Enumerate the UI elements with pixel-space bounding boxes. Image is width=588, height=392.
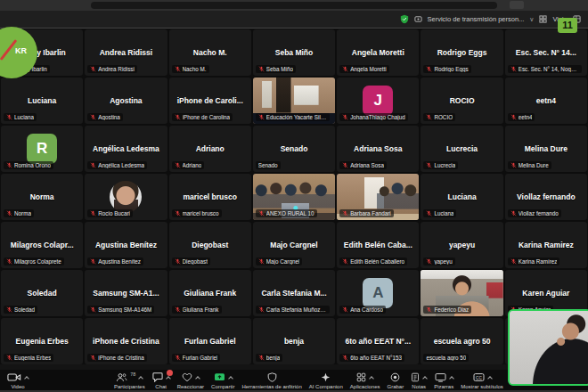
chevron-up-icon[interactable] [487, 376, 493, 381]
participant-video-tile[interactable]: Barbara Fandari [337, 174, 419, 220]
zoom-meeting-window: Servicio de transmisión person... ∨ Vist… [0, 0, 588, 392]
participant-tile[interactable]: LucianaLuciana [1, 78, 83, 124]
participant-tile[interactable]: AgostinaAgostina [85, 78, 167, 124]
muted-mic-icon [90, 66, 96, 72]
participant-label: Norma [4, 209, 34, 217]
participant-tile[interactable]: Angela MorettiAngela Moretti [337, 29, 419, 76]
fullscreen-icon[interactable] [539, 15, 547, 23]
participant-tile[interactable]: SenadoSenado [253, 126, 335, 172]
participant-label: Lucrecia [423, 161, 458, 169]
participant-tile[interactable]: escuela agro 50escuela agro 50 [421, 318, 502, 364]
participant-tile[interactable]: AdrianoAdriano [169, 126, 251, 172]
toolbar-item-whiteboards[interactable]: Pizarras [434, 372, 453, 389]
participant-tile[interactable]: NormaNorma [1, 174, 83, 220]
participant-video-tile[interactable]: Educación Yacarte Silvia [253, 78, 335, 124]
participant-tile[interactable]: Furlan GabrielFurlan Gabriel [169, 318, 251, 364]
heart-icon [182, 372, 192, 382]
chevron-up-icon[interactable] [166, 376, 171, 381]
participant-tile[interactable]: Seba MiñoSeba Miño [253, 29, 335, 76]
toolbar-item-record[interactable]: Grabar [387, 372, 404, 389]
toolbar-item-participants[interactable]: 78Participantes [114, 372, 145, 389]
participant-tile[interactable]: SoledadSoledad [1, 270, 83, 316]
participant-tile[interactable]: 6to año EEAT N°...6to año EEAT N°153 [337, 318, 419, 364]
meeting-toolbar: Video 78ParticipantesChatReaccionarCompa… [0, 370, 588, 392]
toolbar-item-video[interactable]: Video [7, 372, 29, 389]
participant-tile[interactable]: JJohanaThiago Chajud [337, 78, 419, 124]
participant-video-tile[interactable]: Federico Diaz [421, 270, 502, 316]
chevron-up-icon[interactable] [139, 376, 144, 381]
participant-tile[interactable]: Edith Belén Caba...Edith Belén Caballero [337, 222, 419, 268]
participant-tile[interactable]: Majo CargnelMajo Cargnel [253, 222, 335, 268]
share-screen-icon [214, 372, 225, 382]
chevron-up-icon[interactable] [24, 376, 29, 381]
toolbar-item-apps[interactable]: Aplicaciones [350, 372, 380, 389]
participant-tile[interactable]: eetn4eetn4 [505, 78, 587, 124]
participant-tile[interactable]: Nacho M.Nacho M. [169, 29, 251, 76]
participant-name: Nacho M. [173, 48, 248, 57]
toolbar-item-label: Pizarras [434, 384, 453, 389]
page-badge: 11 [558, 18, 577, 33]
participant-tile[interactable]: Eugenia ErbesEugenia Erbes [1, 318, 83, 364]
participant-tile[interactable]: Karina RamirezKarina Ramírez [505, 222, 587, 268]
chevron-up-icon[interactable] [228, 376, 233, 381]
participant-name: Luciana [424, 192, 499, 201]
toolbar-item-label: Video [11, 384, 24, 389]
participant-tile[interactable]: Viollaz fernandoViollaz fernando [505, 174, 587, 220]
participant-name: Furlan Gabriel [173, 337, 248, 346]
active-speaker-video[interactable] [508, 309, 588, 386]
participant-tile[interactable]: RRomina Orono [1, 126, 83, 172]
participant-tile[interactable]: ROCIOROCIO [421, 78, 502, 124]
participant-tile[interactable]: Carla Stefania M...Carla Stefania Muñoz … [253, 270, 335, 316]
participant-name: Majo Cargnel [257, 241, 331, 249]
chat-notification-badge [167, 370, 173, 376]
security-label[interactable]: Servicio de transmisión person... [428, 15, 525, 23]
participant-tile[interactable]: Angélica LedesmaAngélica Ledesma [85, 126, 167, 172]
sign-interpreter-video [510, 311, 588, 384]
participant-label: Diegobast [172, 257, 210, 265]
participant-tile[interactable]: yapeyuyapeyu [421, 222, 502, 268]
chevron-up-icon[interactable] [422, 376, 428, 381]
participant-label: ANEXO RURAL 10 [256, 209, 317, 217]
participant-tile[interactable]: LucreciaLucrecia [421, 126, 502, 172]
address-bar[interactable] [91, 2, 497, 9]
participant-tile[interactable]: AAna Cardoso [337, 270, 419, 316]
browser-extension-icon[interactable] [510, 1, 524, 9]
participant-tile[interactable]: LucianaLuciana [421, 174, 502, 220]
muted-mic-icon [6, 114, 12, 120]
chevron-down-icon[interactable]: ∨ [529, 16, 534, 23]
participant-name: Rodrigo Eggs [424, 48, 499, 57]
participant-tile[interactable]: Esc. Sec. N° 14...Esc. Sec. N° 14, Nogoy… [505, 29, 587, 76]
participant-tile[interactable]: Milagros Colapr...Milagros Colaprete [1, 222, 83, 268]
muted-mic-icon [90, 114, 96, 120]
participant-label: Eugenia Erbes [4, 354, 53, 362]
chevron-up-icon[interactable] [369, 376, 374, 381]
participant-tile[interactable]: maricel bruscomaricel brusco [169, 174, 251, 220]
muted-mic-icon [90, 258, 96, 265]
participant-tile[interactable]: Samsung SM-A1...Samsung SM-A146M [85, 270, 167, 316]
toolbar-item-host-tools[interactable]: Herramientas de anfitrión [241, 372, 301, 389]
participant-tile[interactable]: DiegobastDiegobast [169, 222, 251, 268]
participant-tile[interactable]: Rodrigo EggsRodrigo Eggs [421, 29, 502, 76]
participant-tile[interactable]: benjabenja [253, 318, 335, 364]
toolbar-item-captions[interactable]: CCMostrar subtítulos [461, 372, 503, 389]
toolbar-item-react[interactable]: Reaccionar [177, 372, 204, 389]
muted-mic-icon [6, 210, 12, 216]
participant-video-tile[interactable]: ANEXO RURAL 10 [253, 174, 335, 220]
muted-mic-icon [175, 114, 181, 120]
toolbar-item-ai-companion[interactable]: AI Companion [309, 372, 343, 389]
participant-tile[interactable]: Agustina BenítezAgustina Benítez [85, 222, 167, 268]
participant-name: maricel brusco [173, 192, 248, 201]
toolbar-item-share[interactable]: Compartir [211, 372, 234, 389]
participant-tile[interactable]: Rocio Bucari [85, 174, 167, 220]
participant-tile[interactable]: iPhone de CristinaiPhone de Cristina [85, 318, 167, 364]
chevron-up-icon[interactable] [449, 376, 454, 381]
participant-tile[interactable]: Andrea RidissiAndrea Ridissi [85, 29, 167, 76]
participant-label: ROCIO [423, 113, 455, 121]
toolbar-item-chat[interactable]: Chat [152, 372, 170, 389]
participant-tile[interactable]: Adriana SosaAdriana Sosa [337, 126, 419, 172]
participant-tile[interactable]: iPhone de Caroli...iPhone de Carolina [169, 78, 251, 124]
toolbar-item-notes[interactable]: Notas [411, 372, 427, 389]
participant-tile[interactable]: Melina DureMelina Dure [505, 126, 587, 172]
participant-tile[interactable]: Giuliana FrankGiuliana Frank [169, 270, 251, 316]
chevron-up-icon[interactable] [195, 376, 200, 381]
